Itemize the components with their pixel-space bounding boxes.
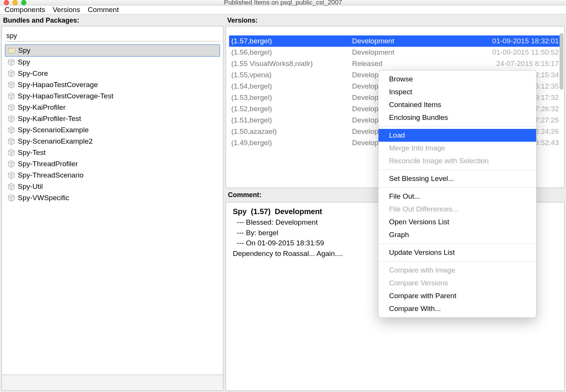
version-label: (1.51,bergel): [231, 116, 352, 124]
context-menu[interactable]: BrowseInspectContained ItemsEnclosing Bu…: [378, 70, 537, 318]
comment-version: (1.57): [251, 207, 271, 216]
package-icon: [7, 171, 15, 179]
version-label: (1.49,bergel): [231, 139, 352, 147]
menu-components[interactable]: Components: [5, 6, 45, 14]
package-item[interactable]: Spy: [5, 44, 220, 57]
titlebar: Published Items on psql_public_cst_2007: [0, 0, 566, 5]
search-input[interactable]: [6, 31, 219, 41]
version-label: (1.50,azazael): [231, 127, 352, 136]
version-timestamp: 01-09-2015 18:32:01: [446, 37, 559, 45]
menu-item: Compare with Image: [378, 264, 536, 277]
package-name: Spy-ThreadProfiler: [18, 160, 78, 168]
package-icon: [7, 58, 15, 66]
menu-item[interactable]: File Out...: [378, 190, 536, 203]
menu-item[interactable]: Compare with Parent: [378, 289, 536, 302]
menu-item: Merge Into Image: [378, 142, 536, 155]
comment-on-line: --- On 01-09-2015 18:31:59: [237, 239, 324, 247]
menu-item[interactable]: Compare With...: [378, 302, 536, 315]
package-name: Spy-ScenarioExample2: [18, 137, 93, 145]
package-name: Spy-Util: [18, 182, 43, 191]
menu-item[interactable]: Browse: [378, 73, 536, 86]
packages-panel: SpySpySpy-CoreSpy-HapaoTestCoverageSpy-H…: [2, 26, 223, 391]
package-icon: [7, 194, 15, 202]
package-item[interactable]: Spy-ScenarioExample: [5, 124, 220, 136]
version-row[interactable]: (1.56,bergel)Development01-09-2015 11:50…: [229, 47, 561, 58]
package-name: Spy-KaiProfiler: [18, 103, 66, 112]
package-name: Spy-HapaoTestCoverage-Test: [18, 92, 113, 100]
version-row[interactable]: (1.57,bergel)Development01-09-2015 18:32…: [229, 35, 561, 47]
package-item[interactable]: Spy-ThreadScenario: [5, 170, 220, 181]
package-icon: [7, 69, 15, 78]
package-name: Spy-VWSpecific: [18, 194, 69, 202]
menu-item[interactable]: Graph: [378, 228, 536, 241]
package-item[interactable]: Spy-Util: [5, 181, 220, 192]
package-item[interactable]: Spy-Core: [5, 68, 220, 79]
package-name: Spy: [18, 46, 31, 55]
version-label: (1.52,bergel): [231, 105, 352, 113]
version-label: (1.55 VisualWorks8,niallr): [231, 60, 352, 68]
package-item[interactable]: Spy-VWSpecific: [5, 192, 220, 204]
comment-body: Dependency to Roassal... Again....: [233, 250, 343, 257]
versions-label: Versions:: [227, 17, 563, 24]
menu-versions[interactable]: Versions: [53, 6, 80, 14]
comment-blessed-line: --- Blessed: Development: [237, 218, 318, 226]
menu-separator: [378, 126, 536, 127]
package-icon: [7, 81, 15, 89]
svg-rect-1: [8, 48, 12, 49]
menu-comment[interactable]: Comment: [88, 6, 119, 14]
package-item[interactable]: Spy-KaiProfiler: [5, 102, 220, 113]
menu-item: Reconcile Image with Selection: [378, 155, 536, 167]
menu-item[interactable]: Load: [378, 129, 536, 142]
package-icon: [7, 137, 15, 145]
menu-item[interactable]: Update Versions List: [378, 246, 536, 259]
bundle-icon: [8, 46, 16, 55]
version-timestamp: 01-09-2015 11:50:52: [446, 48, 559, 57]
version-blessing: Development: [352, 48, 446, 57]
package-item[interactable]: Spy: [5, 57, 220, 68]
comment-by-line: --- By: bergel: [237, 229, 278, 237]
comment-name: Spy: [233, 207, 247, 216]
package-item[interactable]: Spy-KaiProfiler-Test: [5, 113, 220, 124]
package-item[interactable]: Spy-HapaoTestCoverage: [5, 79, 220, 90]
version-label: (1.55,vpena): [231, 71, 352, 79]
packages-list[interactable]: SpySpySpy-CoreSpy-HapaoTestCoverageSpy-H…: [2, 44, 223, 375]
menu-item[interactable]: Inspect: [378, 86, 536, 98]
version-row[interactable]: (1.55 VisualWorks8,niallr)Released24-07-…: [229, 58, 561, 69]
package-item[interactable]: Spy-Test: [5, 147, 220, 158]
version-timestamp: 24-07-2015 8:15:17: [446, 60, 559, 68]
menu-item[interactable]: Enclosing Bundles: [378, 111, 536, 124]
menu-item[interactable]: Set Blessing Level...: [378, 172, 536, 185]
package-icon: [7, 115, 15, 123]
menu-item: Compare Versions: [378, 277, 536, 289]
menu-separator: [378, 170, 536, 170]
section-headers: Bundles and Packages: Versions:: [0, 14, 566, 26]
package-icon: [7, 92, 15, 100]
version-label: (1.57,bergel): [231, 37, 352, 45]
version-blessing: Development: [352, 37, 446, 45]
package-icon: [7, 149, 15, 157]
menu-item[interactable]: Open Versions List: [378, 216, 536, 228]
menubar: Components Versions Comment: [0, 5, 566, 14]
package-item[interactable]: Spy-ScenarioExample2: [5, 136, 220, 147]
package-item[interactable]: Spy-ThreadProfiler: [5, 158, 220, 170]
package-name: Spy-ThreadScenario: [18, 171, 83, 179]
package-icon: [7, 126, 15, 134]
menu-separator: [378, 243, 536, 244]
package-name: Spy-ScenarioExample: [18, 126, 89, 134]
package-name: Spy: [18, 58, 30, 66]
package-icon: [7, 160, 15, 168]
version-blessing: Released: [352, 60, 446, 68]
version-label: (1.53,bergel): [231, 93, 352, 102]
comment-blessing: Development: [275, 207, 322, 216]
package-item[interactable]: Spy-HapaoTestCoverage-Test: [5, 90, 220, 102]
package-icon: [7, 182, 15, 191]
scrollbar-thumb[interactable]: [560, 33, 563, 90]
menu-separator: [378, 261, 536, 262]
package-name: Spy-KaiProfiler-Test: [18, 115, 81, 123]
package-name: Spy-HapaoTestCoverage: [18, 81, 98, 89]
bundles-label: Bundles and Packages:: [3, 17, 223, 24]
window-title: Published Items on psql_public_cst_2007: [0, 0, 566, 6]
package-name: Spy-Test: [18, 149, 46, 157]
version-label: (1.56,bergel): [231, 48, 352, 57]
menu-item[interactable]: Contained Items: [378, 98, 536, 111]
